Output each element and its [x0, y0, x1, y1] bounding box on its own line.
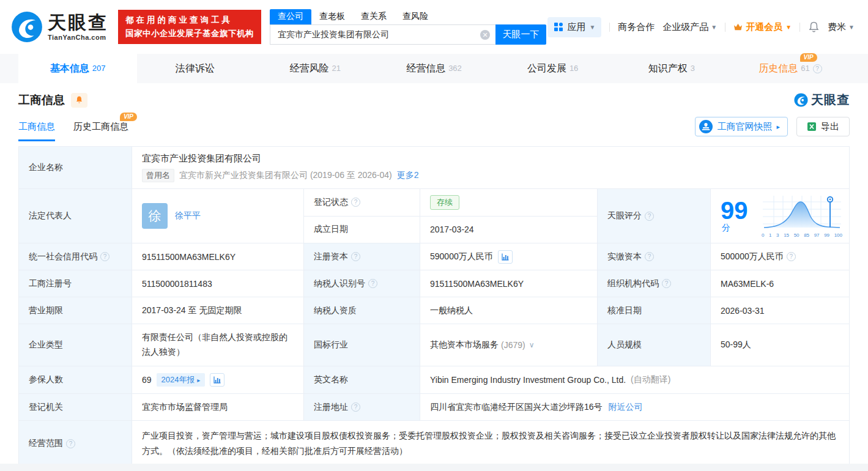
annual-report-badge[interactable]: 2024年报 ▸ — [157, 373, 206, 387]
search-tab-relation[interactable]: 查关系 — [353, 9, 395, 24]
industry-code: (J679) — [501, 340, 525, 350]
tab-count: 61 — [801, 64, 809, 73]
nearby-companies-link[interactable]: 附近公司 — [609, 402, 643, 413]
company-name-label: 企业名称 — [19, 147, 132, 188]
search-tab-boss[interactable]: 查老板 — [311, 9, 353, 24]
est-date-value: 2017-03-24 — [420, 217, 598, 243]
apps-menu[interactable]: 应用 ▼ — [547, 17, 601, 37]
tianyancha-logo-icon — [11, 11, 43, 43]
english-name-value: Yibin Emerging Industry Investment Group… — [430, 375, 626, 385]
legal-rep-label: 法定代表人 — [19, 189, 132, 243]
tab-legal-litigation[interactable]: 法律诉讼 — [137, 54, 256, 83]
logo-domain: TianYanCha.com — [48, 34, 108, 41]
excel-icon — [807, 122, 817, 132]
tianyancha-logo[interactable]: 天眼查 TianYanCha.com — [11, 11, 108, 43]
reg-capital-label: 注册资本 — [314, 251, 348, 262]
open-membership[interactable]: 开通会员 ▼ — [733, 21, 792, 33]
monitor-bell-icon[interactable] — [71, 93, 87, 108]
reg-no-label: 工商注册号 — [19, 270, 132, 297]
help-icon[interactable]: ? — [368, 279, 377, 288]
score-distribution-chart: 0131550859799100 — [761, 195, 843, 238]
help-icon[interactable]: ? — [813, 64, 822, 73]
business-info-table: 企业名称 宜宾市产业投资集团有限公司 曾用名 宜宾市新兴产业投资集团有限公司 (… — [18, 146, 850, 467]
score-cell[interactable]: 99分 — [711, 189, 849, 243]
paid-capital-cell: 实缴资本 ? — [598, 243, 711, 270]
tab-business-info[interactable]: 经营信息362 — [374, 54, 493, 83]
table-row-reg-authority: 登记机关 宜宾市市场监督管理局 注册地址 ? 四川省宜宾市临港经开区国兴大道沙坪… — [19, 394, 849, 421]
help-icon[interactable]: ? — [100, 252, 109, 261]
company-type-label: 企业类型 — [19, 324, 132, 366]
search-tab-company[interactable]: 查公司 — [270, 9, 311, 24]
reg-authority-value: 宜宾市市场监督管理局 — [132, 394, 304, 420]
tab-basic-info[interactable]: 基本信息207 — [18, 54, 137, 83]
top-nav: 应用 ▼ 商务合作 企业级产品 ▼ 开通会员 ▼ 费米 ▼ — [547, 17, 855, 37]
search-tab-risk[interactable]: 查风险 — [395, 9, 436, 24]
tab-label: 基本信息 — [50, 62, 89, 75]
search-button[interactable]: 天眼一下 — [495, 24, 546, 45]
tab-company-development[interactable]: 公司发展16 — [494, 54, 612, 83]
clear-search-icon[interactable]: ✕ — [480, 30, 490, 40]
export-button[interactable]: 导出 — [796, 117, 850, 136]
official-snapshot-button[interactable]: 工商官网快照 ▸ — [695, 117, 788, 136]
capital-chart-icon[interactable] — [498, 250, 513, 264]
score-value: 99 — [721, 197, 748, 224]
stamp-icon — [699, 120, 713, 133]
company-type-value: 有限责任公司（非自然人投资或控股的法人独资） — [132, 324, 304, 366]
address-value: 四川省宜宾市临港经开区国兴大道沙坪路16号 — [430, 402, 603, 413]
table-row-business-scope: 经营范围 ? 产业项目投资，资产管理与营运；城市建设项目股权债权投资服务；受委托… — [19, 421, 849, 466]
user-menu[interactable]: 费米 ▼ — [828, 21, 855, 33]
tianyancha-watermark-icon — [794, 93, 808, 107]
chevron-down-icon: ▼ — [848, 24, 855, 31]
search-input[interactable] — [270, 25, 495, 44]
table-row-business-term: 营业期限 2017-03-24 至 无固定期限 纳税人资质 一般纳税人 核准日期… — [19, 297, 849, 324]
org-code-cell: 组织机构代码 ? — [598, 270, 711, 297]
scope-cell-label: 经营范围 ? — [19, 421, 132, 466]
more-former-names-link[interactable]: 更多2 — [397, 170, 419, 181]
table-row-credit-code: 统一社会信用代码 ? 91511500MA63MELK6Y 注册资本 ? 590… — [19, 243, 849, 270]
help-icon[interactable]: ? — [645, 212, 654, 221]
help-icon[interactable]: ? — [351, 198, 360, 207]
arrow-right-icon: ▸ — [776, 123, 780, 131]
term-value: 2017-03-24 至 无固定期限 — [132, 297, 304, 324]
nav-cooperation[interactable]: 商务合作 — [618, 21, 655, 33]
help-icon[interactable]: ? — [645, 252, 654, 261]
tab-operational-risk[interactable]: 经营风险21 — [256, 54, 374, 83]
former-name-value: 宜宾市新兴产业投资集团有限公司 (2019-06 至 2026-04) — [179, 170, 392, 181]
help-icon[interactable]: ? — [787, 252, 796, 261]
help-icon[interactable]: ? — [351, 402, 360, 412]
promo-banner: 都在用的商业查询工具 国家中小企业发展子基金旗下机构 — [118, 10, 261, 43]
tab-intellectual-property[interactable]: 知识产权3 — [612, 54, 731, 83]
tab-history-info[interactable]: VIP 历史信息 61 ? — [731, 54, 850, 83]
legal-rep-avatar[interactable]: 徐 — [142, 203, 168, 229]
help-icon[interactable]: ? — [66, 439, 75, 448]
insured-chart-icon[interactable] — [210, 373, 224, 387]
company-section-tabs: 基本信息207 法律诉讼 经营风险21 经营信息362 公司发展16 知识产权3… — [0, 54, 868, 83]
tab-label: 公司发展 — [527, 62, 566, 75]
former-name-badge: 曾用名 — [142, 169, 174, 182]
score-label: 天眼评分 — [607, 210, 642, 221]
subtab-business-registration[interactable]: 工商信息 — [18, 121, 55, 141]
divider — [609, 23, 610, 32]
nav-enterprise-products[interactable]: 企业级产品 ▼ — [662, 21, 717, 33]
nav-enterprise-label: 企业级产品 — [662, 21, 708, 33]
subtab-history-registration[interactable]: VIP 历史工商信息 — [73, 121, 128, 141]
chevron-down-icon: ▼ — [785, 24, 792, 31]
tab-label: 知识产权 — [648, 62, 688, 75]
search-box: 查公司 查老板 查关系 查风险 ✕ 天眼一下 — [270, 9, 546, 45]
tab-label: 经营信息 — [406, 62, 445, 75]
page-bottom-strip — [0, 464, 868, 471]
taxpayer-id-cell: 纳税人识别号 ? — [304, 270, 420, 297]
chevron-down-icon[interactable]: ∨ — [529, 341, 535, 349]
tab-label: 法律诉讼 — [176, 62, 215, 75]
subtabs: 工商信息 VIP 历史工商信息 — [18, 121, 128, 141]
approval-date-value: 2026-03-31 — [711, 297, 849, 324]
tab-count: 21 — [332, 64, 341, 73]
tab-label: 历史信息 — [759, 62, 798, 75]
notification-bell-icon[interactable] — [808, 21, 820, 33]
paid-capital-value: 500000万人民币 — [721, 251, 784, 262]
legal-rep-name-link[interactable]: 徐平平 — [175, 210, 201, 221]
help-icon[interactable]: ? — [662, 279, 671, 288]
org-code-label: 组织机构代码 — [607, 278, 659, 289]
help-icon[interactable]: ? — [351, 252, 360, 261]
industry-label: 国标行业 — [304, 324, 420, 366]
